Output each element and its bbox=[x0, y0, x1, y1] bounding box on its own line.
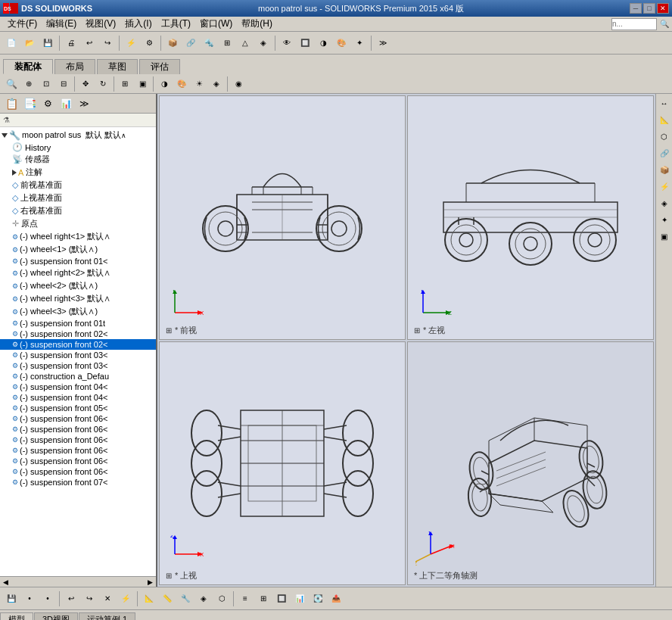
tree-item-part-selected[interactable]: ⚙ (-) suspension front 02< bbox=[0, 339, 156, 350]
bottom-tool-13[interactable]: 📊 bbox=[291, 590, 308, 607]
top-view-panel[interactable]: X Z ⊞ * 上视 bbox=[159, 341, 406, 586]
tree-item-part-19[interactable]: ⚙ (-) suspension front 06< bbox=[0, 445, 156, 456]
tree-item-history[interactable]: 🕐 History bbox=[0, 142, 156, 153]
insert-component-button[interactable]: 📦 bbox=[164, 35, 181, 51]
tree-item-part-2[interactable]: ⚙ (-) wheel<1> (默认∧) bbox=[0, 243, 156, 256]
tree-item-part-7[interactable]: ⚙ (-) wheel<3> (默认∧) bbox=[0, 305, 156, 318]
tree-item-part-21[interactable]: ⚙ (-) suspension front 06< bbox=[0, 466, 156, 477]
tree-item-part-13[interactable]: ⚙ (-) suspension front 04< bbox=[0, 382, 156, 392]
scroll-left-icon[interactable]: ◀ bbox=[3, 578, 8, 586]
property-manager-button[interactable]: 📑 bbox=[21, 95, 38, 112]
smart-fastener-button[interactable]: 🔩 bbox=[201, 35, 217, 51]
right-tool-9[interactable]: ▣ bbox=[657, 229, 672, 244]
tree-item-part-20[interactable]: ⚙ (-) suspension front 06< bbox=[0, 456, 156, 466]
tree-item-part-3[interactable]: ⚙ (-) suspension front 01< bbox=[0, 256, 156, 266]
bottom-tool-3[interactable]: ✕ bbox=[99, 590, 116, 607]
menu-insert[interactable]: 插入(I) bbox=[120, 17, 156, 31]
bottom-tool-12[interactable]: 🔲 bbox=[273, 590, 290, 607]
iso-view-panel[interactable]: X Y Z * 上下二等角轴测 bbox=[407, 341, 654, 586]
tab-sketch[interactable]: 草图 bbox=[97, 59, 138, 74]
bottom-tool-2[interactable]: ↪ bbox=[81, 590, 98, 607]
feature-manager-button[interactable]: 📋 bbox=[3, 95, 20, 112]
section-view-button[interactable]: ▣ bbox=[134, 76, 151, 92]
search-input[interactable] bbox=[611, 18, 657, 30]
tab-layout[interactable]: 布局 bbox=[54, 59, 95, 74]
menu-window[interactable]: 窗口(W) bbox=[195, 17, 237, 31]
view-orient-button[interactable]: 👁 bbox=[278, 35, 295, 51]
tab-assembly[interactable]: 装配体 bbox=[3, 59, 53, 74]
tree-root-item[interactable]: 🔧 moon patrol sus 默认 默认 ∧ bbox=[0, 129, 156, 142]
reference-geometry-button[interactable]: △ bbox=[237, 35, 254, 51]
scroll-right-icon[interactable]: ▶ bbox=[148, 578, 153, 586]
hide-show-button[interactable]: ◑ bbox=[315, 35, 331, 51]
menu-edit[interactable]: 编辑(E) bbox=[42, 17, 81, 31]
bottom-tool-6[interactable]: 📏 bbox=[159, 590, 176, 607]
tree-item-part-9[interactable]: ⚙ (-) suspension front 02< bbox=[0, 329, 156, 339]
mate-button[interactable]: 🔗 bbox=[182, 35, 199, 51]
tree-item-part-16[interactable]: ⚙ (-) suspension front 06< bbox=[0, 413, 156, 424]
linear-pattern-button[interactable]: ⊞ bbox=[219, 35, 235, 51]
bottom-tab-motion[interactable]: 运动算例 1 bbox=[79, 612, 135, 620]
tree-item-part-11[interactable]: ⚙ (-) suspension front 03< bbox=[0, 360, 156, 371]
tree-item-part-6[interactable]: ⚙ (-) wheel right<3> 默认∧ bbox=[0, 292, 156, 305]
menu-help[interactable]: 帮助(H) bbox=[237, 17, 277, 31]
right-tool-8[interactable]: ✦ bbox=[657, 212, 672, 227]
dim-xpert-button[interactable]: 📊 bbox=[58, 95, 74, 112]
tree-item-part-15[interactable]: ⚙ (-) suspension front 05< bbox=[0, 403, 156, 413]
bottom-dot2[interactable]: • bbox=[39, 590, 56, 607]
tree-item-part-14[interactable]: ⚙ (-) suspension front 04< bbox=[0, 392, 156, 403]
bottom-tab-model[interactable]: 模型 bbox=[0, 612, 33, 620]
scene-button[interactable]: ☀ bbox=[191, 76, 207, 92]
tree-item-part-8[interactable]: ⚙ (-) suspension front 01t bbox=[0, 318, 156, 329]
bottom-tool-1[interactable]: ↩ bbox=[63, 590, 79, 607]
tree-item-part-22[interactable]: ⚙ (-) suspension front 07< bbox=[0, 477, 156, 488]
bottom-tool-14[interactable]: 💽 bbox=[310, 590, 326, 607]
tree-item-front-plane[interactable]: ◇ 前视基准面 bbox=[0, 179, 156, 192]
bottom-dot1[interactable]: • bbox=[21, 590, 38, 607]
bottom-tool-8[interactable]: ◈ bbox=[195, 590, 212, 607]
bottom-tab-3dview[interactable]: 3D视图 bbox=[34, 612, 78, 620]
config-manager-button[interactable]: ⚙ bbox=[39, 95, 56, 112]
bottom-tool-9[interactable]: ⬡ bbox=[213, 590, 230, 607]
tree-item-right-plane[interactable]: ◇ 右视基准面 bbox=[0, 204, 156, 217]
bottom-tool-7[interactable]: 🔧 bbox=[177, 590, 194, 607]
menu-file[interactable]: 文件(F) bbox=[3, 17, 42, 31]
feature-tree[interactable]: 🔧 moon patrol sus 默认 默认 ∧ 🕐 History 📡 传感… bbox=[0, 127, 156, 576]
close-button[interactable]: ✕ bbox=[657, 3, 669, 14]
right-tool-1[interactable]: ↔ bbox=[657, 95, 672, 111]
bottom-tool-5[interactable]: 📐 bbox=[141, 590, 157, 607]
minimize-button[interactable]: ─ bbox=[630, 3, 642, 14]
right-tool-3[interactable]: ⬡ bbox=[657, 129, 672, 144]
new-button[interactable]: 📄 bbox=[3, 35, 20, 51]
right-tool-2[interactable]: 📐 bbox=[657, 112, 672, 127]
rotate-button[interactable]: ↻ bbox=[95, 76, 111, 92]
hide-show2-button[interactable]: ◉ bbox=[230, 76, 247, 92]
bottom-tool-11[interactable]: ⊞ bbox=[255, 590, 272, 607]
zoom-in-button[interactable]: ⊕ bbox=[20, 76, 37, 92]
display-style-button[interactable]: 🔲 bbox=[297, 35, 313, 51]
print-button[interactable]: 🖨 bbox=[63, 35, 79, 51]
tree-item-part-4[interactable]: ⚙ (-) wheel right<2> 默认∧ bbox=[0, 266, 156, 279]
right-tool-4[interactable]: 🔗 bbox=[657, 145, 672, 160]
front-view-panel[interactable]: X Y ⊞ * 前视 bbox=[159, 95, 406, 340]
save-button[interactable]: 💾 bbox=[39, 35, 56, 51]
tree-item-part-5[interactable]: ⚙ (-) wheel<2> (默认∧) bbox=[0, 279, 156, 292]
undo-button[interactable]: ↩ bbox=[81, 35, 98, 51]
more-button[interactable]: ≫ bbox=[375, 35, 391, 51]
rebuild-button[interactable]: ⚡ bbox=[123, 35, 139, 51]
restore-button[interactable]: □ bbox=[643, 3, 655, 14]
tree-item-top-plane[interactable]: ◇ 上视基准面 bbox=[0, 192, 156, 204]
redo-button[interactable]: ↪ bbox=[99, 35, 116, 51]
scenes-button[interactable]: ✦ bbox=[351, 35, 368, 51]
bottom-tool-10[interactable]: ≡ bbox=[237, 590, 254, 607]
assembly-features-button[interactable]: ◈ bbox=[255, 35, 272, 51]
zoom-selection-button[interactable]: ⊟ bbox=[55, 76, 72, 92]
tree-item-part-12[interactable]: ⚙ (-) construction a_Defau bbox=[0, 371, 156, 382]
menu-tools[interactable]: 工具(T) bbox=[157, 17, 195, 31]
zoom-box-button[interactable]: ⊡ bbox=[38, 76, 54, 92]
tree-item-part-1[interactable]: ⚙ (-) wheel right<1> 默认∧ bbox=[0, 230, 156, 243]
menu-view[interactable]: 视图(V) bbox=[81, 17, 120, 31]
tree-item-part-17[interactable]: ⚙ (-) suspension front 06< bbox=[0, 424, 156, 435]
appearance2-button[interactable]: 🎨 bbox=[173, 76, 190, 92]
display-mode-button[interactable]: ◑ bbox=[156, 76, 173, 92]
